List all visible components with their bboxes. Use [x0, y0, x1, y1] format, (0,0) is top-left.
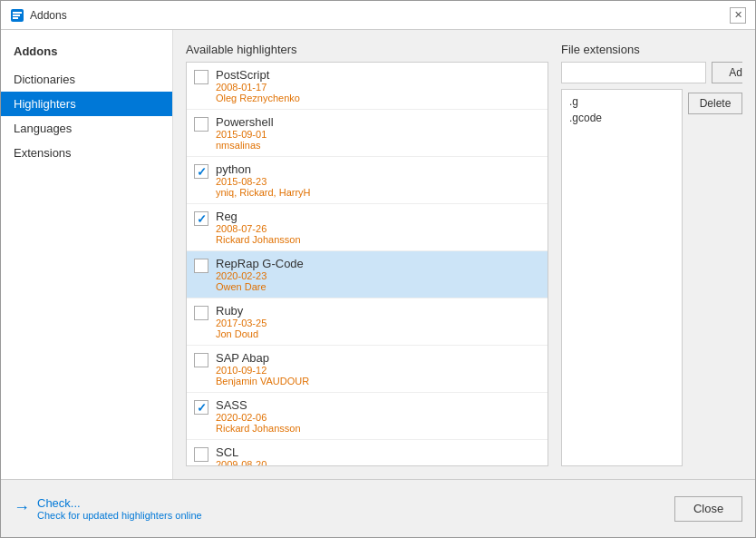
item-meta: 2009-08-20 Jonathan Fournier	[216, 459, 540, 465]
svg-rect-2	[13, 15, 20, 16]
footer-text-block: Check... Check for updated highlighters …	[37, 496, 202, 521]
item-content: RepRap G-Code2020-02-23 Owen Dare	[216, 257, 540, 292]
highlighters-label: Available highlighters	[186, 43, 548, 56]
item-checkbox[interactable]: ✓	[194, 211, 208, 226]
item-name: Powershell	[216, 115, 540, 129]
highlighters-section: Available highlighters PostScript2008-01…	[186, 43, 548, 466]
item-content: SCL2009-08-20 Jonathan Fournier	[216, 445, 540, 465]
item-content: SAP Abap2010-09-12 Benjamin VAUDOUR	[216, 351, 540, 386]
item-content: Ruby2017-03-25 Jon Doud	[216, 304, 540, 339]
titlebar: Addons ✕	[1, 1, 755, 30]
panel-row: Available highlighters PostScript2008-01…	[186, 43, 742, 466]
ext-list-item[interactable]: .gcode	[566, 110, 678, 126]
item-checkbox[interactable]	[194, 447, 208, 462]
item-content: python2015-08-23 yniq, Rickard, HarryH	[216, 162, 540, 198]
check-link[interactable]: Check...	[37, 496, 202, 510]
list-item[interactable]: PostScript2008-01-17 Oleg Reznychenko	[187, 63, 548, 110]
item-name: Reg	[216, 210, 540, 223]
list-item[interactable]: Ruby2017-03-25 Jon Doud	[187, 298, 548, 346]
list-item[interactable]: SAP Abap2010-09-12 Benjamin VAUDOUR	[187, 346, 548, 393]
close-window-button[interactable]: ✕	[730, 7, 746, 24]
item-meta: 2020-02-06 Rickard Johansson	[216, 412, 540, 434]
item-name: SASS	[216, 398, 540, 412]
delete-ext-button[interactable]: Delete	[688, 93, 742, 114]
item-name: SAP Abap	[216, 351, 540, 365]
file-extensions-section: File extensions Add .g.gcode Delete	[561, 43, 742, 466]
footer-subtext: Check for updated highlighters online	[37, 510, 202, 521]
item-name: python	[216, 162, 540, 176]
arrow-icon: →	[14, 498, 30, 517]
titlebar-left: Addons	[10, 8, 67, 23]
item-checkbox[interactable]: ✓	[194, 400, 208, 415]
ext-list-item[interactable]: .g	[566, 93, 678, 110]
item-content: Reg2008-07-26 Rickard Johansson	[216, 210, 540, 245]
item-content: PostScript2008-01-17 Oleg Reznychenko	[216, 68, 540, 103]
item-name: SCL	[216, 445, 540, 459]
item-meta: 2008-01-17 Oleg Reznychenko	[216, 82, 540, 103]
app-icon	[10, 8, 24, 23]
sidebar-header: Addons	[1, 39, 172, 67]
item-checkbox[interactable]	[194, 117, 208, 132]
item-content: Powershell2015-09-01 nmsalinas	[216, 115, 540, 151]
window: Addons ✕ Addons Dictionaries Highlighter…	[0, 0, 756, 538]
file-ext-label: File extensions	[561, 43, 742, 56]
titlebar-title: Addons	[30, 9, 67, 22]
list-item[interactable]: ✓SASS2020-02-06 Rickard Johansson	[187, 393, 548, 440]
ext-list: .g.gcode	[561, 89, 683, 466]
main-content: Addons Dictionaries Highlighters Languag…	[1, 30, 755, 479]
item-name: RepRap G-Code	[216, 257, 540, 270]
item-meta: 2017-03-25 Jon Doud	[216, 318, 540, 339]
item-name: Ruby	[216, 304, 540, 318]
list-item[interactable]: SCL2009-08-20 Jonathan Fournier	[187, 440, 548, 465]
close-button[interactable]: Close	[674, 496, 742, 522]
list-item[interactable]: ✓python2015-08-23 yniq, Rickard, HarryH	[187, 157, 548, 204]
sidebar-item-extensions[interactable]: Extensions	[1, 141, 172, 165]
ext-buttons-col: Add	[712, 62, 742, 83]
item-name: PostScript	[216, 68, 540, 82]
list-item[interactable]: ✓Reg2008-07-26 Rickard Johansson	[187, 204, 548, 251]
right-panel: Available highlighters PostScript2008-01…	[173, 30, 755, 479]
item-meta: 2010-09-12 Benjamin VAUDOUR	[216, 365, 540, 386]
ext-input[interactable]	[561, 62, 706, 83]
ext-controls: Add	[561, 62, 742, 83]
item-checkbox[interactable]: ✓	[194, 164, 208, 179]
item-meta: 2015-08-23 yniq, Rickard, HarryH	[216, 176, 540, 198]
list-item[interactable]: Powershell2015-09-01 nmsalinas	[187, 110, 548, 157]
sidebar-item-dictionaries[interactable]: Dictionaries	[1, 67, 172, 92]
svg-rect-3	[13, 17, 18, 19]
sidebar: Addons Dictionaries Highlighters Languag…	[1, 30, 173, 479]
add-ext-button[interactable]: Add	[712, 62, 742, 83]
item-checkbox[interactable]	[194, 70, 208, 84]
highlighters-list-scroll[interactable]: PostScript2008-01-17 Oleg ReznychenkoPow…	[187, 63, 548, 465]
item-meta: 2008-07-26 Rickard Johansson	[216, 223, 540, 245]
item-checkbox[interactable]	[194, 306, 208, 320]
item-checkbox[interactable]	[194, 353, 208, 367]
sidebar-item-languages[interactable]: Languages	[1, 116, 172, 141]
item-meta: 2015-09-01 nmsalinas	[216, 129, 540, 151]
footer-left: → Check... Check for updated highlighter…	[14, 496, 202, 521]
item-checkbox[interactable]	[194, 259, 208, 273]
ext-side-buttons: Delete	[688, 89, 742, 466]
footer: → Check... Check for updated highlighter…	[1, 479, 755, 537]
svg-rect-1	[13, 12, 22, 14]
list-item[interactable]: RepRap G-Code2020-02-23 Owen Dare	[187, 251, 548, 298]
sidebar-item-highlighters[interactable]: Highlighters	[1, 92, 172, 116]
item-meta: 2020-02-23 Owen Dare	[216, 270, 540, 292]
highlighters-list-container: PostScript2008-01-17 Oleg ReznychenkoPow…	[186, 62, 548, 466]
item-content: SASS2020-02-06 Rickard Johansson	[216, 398, 540, 434]
